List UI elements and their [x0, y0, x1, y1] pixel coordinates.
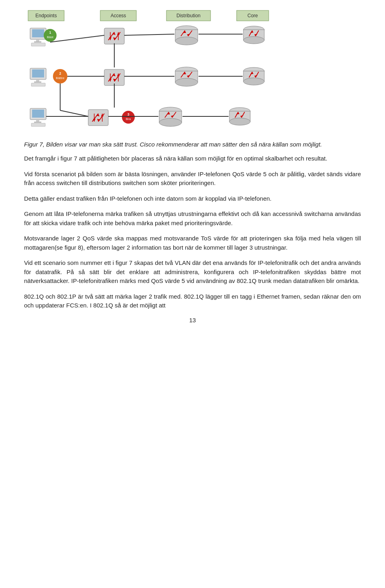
diagram-svg: Endpoints Access Distribution Core [24, 8, 361, 132]
svg-rect-31 [34, 81, 41, 83]
svg-point-72 [159, 118, 182, 126]
svg-rect-32 [31, 83, 45, 86]
endpoints-label: Endpoints [35, 13, 57, 18]
core-device-row3 [229, 108, 250, 125]
page-number: 13 [24, 317, 361, 324]
dist-device-row1 [175, 26, 198, 45]
badge-battre-number: 2 [59, 71, 61, 75]
dist-device-row2 [175, 67, 198, 86]
line-pc1-access1 [50, 35, 104, 42]
svg-rect-1 [32, 29, 44, 37]
svg-rect-57 [32, 110, 44, 118]
badge-bra-number: 3 [128, 112, 130, 116]
svg-rect-30 [36, 79, 39, 81]
badge-bra-label: Bra [126, 117, 131, 121]
svg-rect-33 [104, 69, 124, 85]
svg-rect-3 [34, 41, 41, 43]
para-1: Det framgår i figur 7 att pålitligheten … [24, 154, 361, 163]
svg-rect-60 [31, 123, 45, 126]
svg-point-51 [243, 78, 264, 85]
para-4: Genom att låta IP-telefonerna märka traf… [24, 210, 361, 228]
access-switch-row2 [104, 69, 124, 85]
core-device-row2 [243, 67, 264, 85]
para-5: Motsvarande lager 2 QoS värde ska mappas… [24, 234, 361, 252]
pc-row1 [30, 28, 46, 46]
svg-rect-58 [36, 120, 39, 122]
para-2: Vid första scenariot på bilden som är bä… [24, 170, 361, 188]
badge-battre-label: Bättre [56, 76, 65, 80]
access-switch-row3 [88, 110, 108, 126]
access-label: Access [111, 13, 126, 18]
para-6: Vid ett scenario som nummer ett i figur … [24, 258, 361, 286]
svg-rect-5 [104, 28, 124, 44]
dist-device-row3 [159, 107, 182, 126]
svg-point-23 [243, 37, 264, 44]
pc-row3 [30, 108, 46, 126]
svg-rect-61 [88, 110, 108, 126]
access-switch-row1 [104, 28, 124, 44]
distribution-label: Distribution [176, 13, 201, 18]
line-access1-dist1 [124, 34, 174, 35]
vert-badge-to-row3 [60, 110, 88, 116]
network-diagram: Endpoints Access Distribution Core [24, 8, 361, 134]
svg-point-79 [229, 118, 250, 125]
svg-rect-29 [32, 69, 44, 77]
badge-bast-number: 1 [49, 31, 51, 35]
core-device-row1 [243, 26, 264, 44]
pc-row2 [30, 68, 46, 86]
page-content: Endpoints Access Distribution Core [0, 0, 385, 340]
figure-caption: Figur 7, Bilden visar var man ska sätt t… [24, 141, 361, 148]
svg-point-16 [175, 37, 198, 45]
badge-bast-label: Bäst [47, 35, 54, 39]
para-7: 802.1Q och 802.1P är två sätt att märka … [24, 292, 361, 310]
para-3: Detta gäller endast trafiken från IP-tel… [24, 194, 361, 203]
svg-rect-4 [31, 43, 45, 46]
svg-rect-59 [34, 122, 41, 123]
core-label: Core [247, 13, 258, 18]
svg-point-44 [175, 78, 198, 86]
svg-rect-2 [36, 39, 39, 41]
